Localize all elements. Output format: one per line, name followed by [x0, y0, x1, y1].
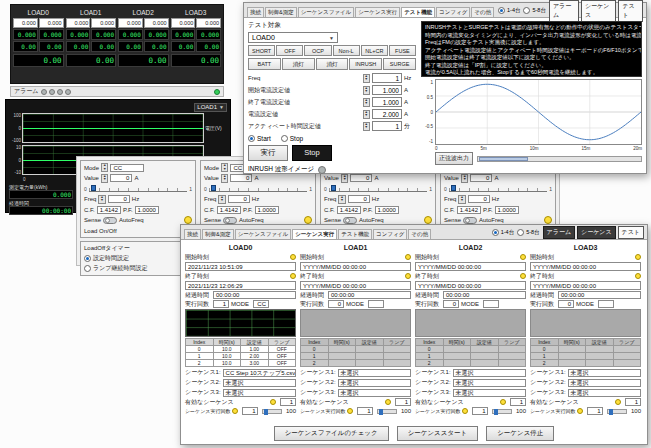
seq-window-tab-5[interactable]: コンフィグ — [373, 229, 407, 239]
meter-set-input[interactable]: 0.000 — [171, 18, 196, 28]
test-window-tab-0[interactable]: 接続 — [247, 7, 264, 17]
slider-thumb[interactable] — [379, 409, 383, 415]
slider-thumb[interactable] — [609, 409, 613, 415]
sequence3-file-field[interactable]: 未選択 — [223, 389, 296, 397]
seq-unit-radio-0[interactable]: 1-4台 — [492, 229, 514, 236]
sequence3-file-field[interactable]: 未選択 — [568, 389, 641, 397]
sense-toggle[interactable] — [463, 217, 477, 224]
table-cell[interactable] — [613, 360, 641, 367]
test-type-button-0[interactable]: SHORT — [248, 45, 275, 56]
sequence2-file-field[interactable]: 未選択 — [568, 379, 641, 387]
value-input[interactable]: 0 — [110, 174, 132, 182]
test-target-select[interactable]: LOAD0 ▼ — [248, 32, 338, 43]
slider-thumb[interactable] — [331, 185, 336, 191]
seq-unit-radio-1[interactable]: 5-8台 — [517, 229, 539, 236]
meter-set-input[interactable]: 0.000 — [13, 18, 38, 28]
seq-window-tab-0[interactable]: 接続 — [184, 229, 201, 239]
seq-window-tab-3[interactable]: シーケンス実行 — [292, 229, 337, 239]
valid-seq-field[interactable]: 1 — [395, 398, 411, 406]
autofreq-led[interactable] — [544, 216, 552, 224]
table-cell[interactable] — [586, 353, 614, 360]
slider-thumb[interactable] — [264, 409, 268, 415]
test-type2-button-4[interactable]: SURGE — [383, 58, 416, 70]
table-cell[interactable] — [328, 353, 356, 360]
seq-run-count-slider[interactable] — [262, 409, 282, 414]
cf-input[interactable]: 1.4142 — [97, 206, 121, 214]
seq-run-count-field[interactable]: 1 — [472, 407, 488, 415]
sequence1-file-field[interactable]: CC Step 10ステップ5.csv — [223, 369, 296, 377]
table-cell[interactable] — [356, 353, 384, 360]
autofreq-led[interactable] — [184, 216, 192, 224]
table-cell[interactable]: 1 — [531, 353, 559, 360]
table-cell[interactable]: 2 — [186, 360, 214, 367]
table-cell[interactable]: 3.00 — [241, 360, 269, 367]
test-window-tab-6[interactable]: その他 — [471, 7, 494, 17]
mode-select[interactable]: CC — [110, 164, 144, 172]
pf-input[interactable]: 1.0000 — [255, 206, 279, 214]
seq-run-count-slider[interactable] — [377, 409, 397, 414]
table-cell[interactable]: 2 — [531, 360, 559, 367]
sense-toggle[interactable] — [223, 217, 237, 224]
table-cell[interactable] — [383, 353, 411, 360]
cf-input[interactable]: 1.4142 — [217, 206, 241, 214]
stepper-icon[interactable]: ▲▼ — [363, 86, 370, 95]
table-cell[interactable] — [471, 353, 499, 360]
table-cell[interactable] — [443, 346, 471, 353]
seq-run-count-field[interactable]: 1 — [357, 407, 373, 415]
pf-input[interactable]: 1.0000 — [135, 206, 159, 214]
meter-set-input[interactable]: 0.000 — [91, 18, 116, 28]
seq-footer-button-0[interactable]: シーケンスファイルのチェック — [274, 426, 389, 441]
mode-button-1[interactable]: シーケンス — [581, 0, 617, 22]
table-cell[interactable]: 1 — [301, 353, 329, 360]
test-type2-button-1[interactable]: 消灯 — [282, 58, 315, 70]
slider-thumb[interactable] — [91, 185, 96, 191]
stepper-icon[interactable]: ▲▼ — [101, 163, 108, 172]
table-cell[interactable] — [443, 360, 471, 367]
table-cell[interactable] — [471, 360, 499, 367]
table-cell[interactable] — [328, 346, 356, 353]
stepper-icon[interactable]: ▲▼ — [363, 74, 370, 83]
sequence2-file-field[interactable]: 未選択 — [223, 379, 296, 387]
field-input-0[interactable]: 1 — [372, 73, 402, 83]
test-type-button-5[interactable]: FUSE — [389, 45, 416, 56]
table-cell[interactable] — [356, 360, 384, 367]
stepper-icon[interactable]: ▲▼ — [363, 110, 370, 119]
value-slider[interactable] — [89, 185, 187, 192]
field-input-3[interactable]: 2.000 — [372, 109, 402, 119]
table-cell[interactable]: OFF — [268, 360, 296, 367]
table-cell[interactable] — [613, 346, 641, 353]
seq-mode-button-2[interactable]: テスト — [618, 226, 644, 239]
table-cell[interactable] — [383, 360, 411, 367]
table-cell[interactable] — [498, 346, 526, 353]
valid-seq-field[interactable]: 1 — [625, 398, 641, 406]
table-cell[interactable]: 2.00 — [241, 353, 269, 360]
test-window-tab-1[interactable]: 制御&測定 — [265, 7, 297, 17]
table-cell[interactable]: 10.0 — [213, 346, 241, 353]
stepper-icon[interactable]: ▲▼ — [458, 195, 465, 204]
table-cell[interactable]: OFF — [268, 353, 296, 360]
freq-input[interactable]: 0 — [348, 195, 370, 203]
table-cell[interactable]: 10.0 — [213, 360, 241, 367]
unit-radio-1[interactable]: 5-8台 — [523, 7, 545, 14]
seq-window-tab-6[interactable]: その他 — [408, 229, 431, 239]
table-cell[interactable]: 2 — [416, 360, 444, 367]
slider-thumb[interactable] — [451, 185, 456, 191]
meter-set-input[interactable]: 0.000 — [196, 18, 221, 28]
stop-radio[interactable]: Stop — [281, 135, 303, 142]
table-cell[interactable]: 1 — [186, 353, 214, 360]
test-type2-button-2[interactable]: 消灯 — [316, 58, 349, 70]
valid-seq-field[interactable]: 1 — [510, 398, 526, 406]
freq-input[interactable]: 0 — [108, 195, 130, 203]
sequence2-file-field[interactable]: 未選択 — [453, 379, 526, 387]
sequence3-file-field[interactable]: 未選択 — [453, 389, 526, 397]
scrollbar-thumb[interactable] — [479, 157, 528, 161]
stepper-icon[interactable]: ▲▼ — [101, 174, 108, 183]
slider-thumb[interactable] — [494, 409, 498, 415]
test-type-button-4[interactable]: NL+CR — [361, 45, 388, 56]
table-cell[interactable] — [471, 346, 499, 353]
sense-toggle[interactable] — [103, 217, 117, 224]
table-cell[interactable]: 1 — [416, 353, 444, 360]
test-window-tab-5[interactable]: コンフィグ — [436, 7, 470, 17]
meter-set-input[interactable]: 0.000 — [144, 18, 169, 28]
table-cell[interactable] — [498, 360, 526, 367]
